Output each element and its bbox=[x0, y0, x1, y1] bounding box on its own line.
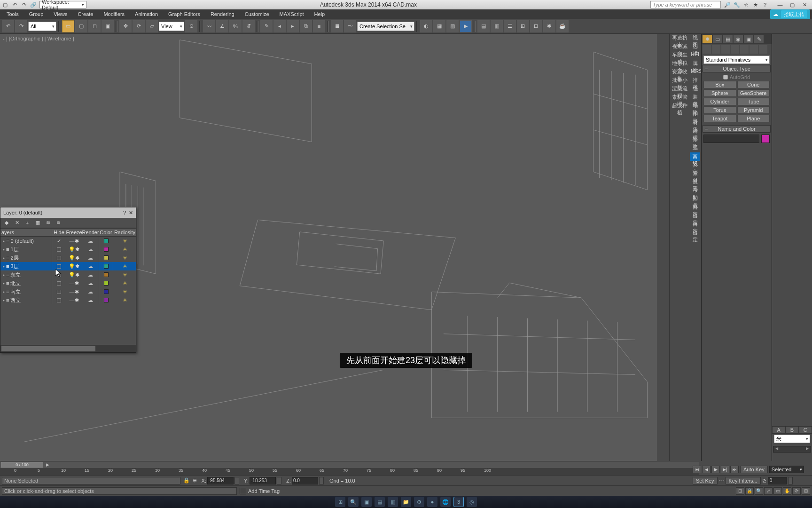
col-hide[interactable]: Hide bbox=[52, 229, 66, 236]
prim-torus[interactable]: Torus bbox=[703, 106, 736, 114]
side-item-15b[interactable]: 其它 bbox=[690, 161, 700, 169]
tab-motion[interactable]: ◉ bbox=[734, 35, 743, 43]
side-item-2b[interactable]: HFI bbox=[690, 51, 700, 59]
extra-2-button[interactable]: ⊡ bbox=[530, 20, 542, 32]
strip-tab-a[interactable]: A bbox=[772, 426, 785, 434]
redo-button[interactable]: ↷ bbox=[15, 20, 27, 32]
side-item-6b[interactable]: 组 bbox=[690, 85, 700, 93]
side-item-5a[interactable]: 批量小样 bbox=[670, 76, 690, 85]
side-item-10b[interactable]: 材质 bbox=[690, 119, 700, 127]
key-curve-icon[interactable]: 〰 bbox=[719, 478, 724, 484]
strip-scrollbar[interactable] bbox=[773, 446, 811, 452]
qat-link-icon[interactable]: 🔗 bbox=[30, 1, 37, 8]
col-render[interactable]: Render bbox=[82, 229, 99, 236]
nav-field-icon[interactable]: ▭ bbox=[773, 487, 782, 495]
qat-redo-icon[interactable]: ↷ bbox=[21, 1, 27, 8]
menu-tools[interactable]: Tools bbox=[2, 10, 23, 18]
strip-tab-b[interactable]: B bbox=[785, 426, 798, 434]
side-item-0b[interactable]: 视图 bbox=[690, 34, 700, 42]
maximize-button[interactable]: ▢ bbox=[787, 1, 798, 8]
cat-shapes[interactable] bbox=[712, 45, 720, 54]
favorites-icon[interactable]: ★ bbox=[752, 1, 759, 8]
menu-create[interactable]: Create bbox=[73, 10, 98, 18]
coord-z-input[interactable] bbox=[292, 477, 318, 484]
mirror-button[interactable]: ⧉ bbox=[300, 20, 312, 32]
side-item-6a[interactable]: 渲染流程 bbox=[670, 85, 690, 93]
nav-orbit-icon[interactable]: ⟳ bbox=[792, 487, 801, 495]
menu-modifiers[interactable]: Modifiers bbox=[99, 10, 129, 18]
taskbar-item-9[interactable]: 3 bbox=[453, 497, 464, 507]
props-layer-icon[interactable]: ≋ bbox=[54, 219, 62, 227]
col-freeze[interactable]: Freeze bbox=[66, 229, 82, 236]
cat-geometry[interactable] bbox=[703, 45, 711, 54]
named-sel-right[interactable]: ▸ bbox=[287, 20, 299, 32]
autogrid-checkbox[interactable]: AutoGrid bbox=[703, 74, 770, 80]
add-time-tag[interactable]: Add Time Tag bbox=[248, 488, 280, 494]
rollout-name-color[interactable]: Name and Color bbox=[703, 125, 771, 133]
x-spinner[interactable] bbox=[234, 477, 239, 484]
side-item-3b[interactable]: 属性 bbox=[690, 59, 700, 68]
star-icon[interactable]: ☆ bbox=[742, 1, 750, 8]
workspace-dropdown[interactable]: Workspace: Default bbox=[39, 1, 86, 8]
side-item-0a[interactable]: 再造挤出 bbox=[670, 34, 690, 42]
material-editor-button[interactable]: ◐ bbox=[420, 20, 432, 32]
cat-helpers[interactable] bbox=[740, 45, 749, 54]
goto-start-button[interactable]: ⏮ bbox=[693, 466, 701, 473]
object-name-input[interactable] bbox=[703, 135, 759, 143]
dialog-close-button[interactable]: ✕ bbox=[129, 210, 133, 216]
nav-lock-icon[interactable]: 🔒 bbox=[745, 487, 754, 495]
side-item-20a[interactable] bbox=[670, 203, 690, 212]
side-item-13b[interactable]: 工具 bbox=[690, 144, 700, 152]
coord-y-input[interactable] bbox=[250, 477, 276, 484]
nav-isolate-icon[interactable]: ⊡ bbox=[736, 487, 744, 495]
layers-button[interactable]: ≣ bbox=[331, 20, 343, 32]
side-item-21a[interactable] bbox=[670, 212, 690, 220]
menu-views[interactable]: Views bbox=[49, 10, 72, 18]
key-icon[interactable]: 🔧 bbox=[733, 1, 741, 8]
side-item-16a[interactable] bbox=[670, 169, 690, 178]
cat-lights[interactable] bbox=[721, 45, 730, 54]
render-prod-button[interactable]: ▶ bbox=[460, 20, 472, 32]
side-item-16b[interactable]: 素材 bbox=[690, 169, 700, 178]
side-item-9a[interactable] bbox=[670, 110, 690, 119]
object-color-swatch[interactable] bbox=[761, 135, 770, 143]
menu-maxscript[interactable]: MAXScript bbox=[275, 10, 309, 18]
layer-row[interactable]: ▸≡ 东立💡 ✱☁☀ bbox=[0, 270, 136, 279]
extra-1-button[interactable]: ⊞ bbox=[517, 20, 529, 32]
prim-plane[interactable]: Plane bbox=[737, 115, 770, 122]
col-color[interactable]: Color bbox=[99, 229, 113, 236]
highlight-layer-icon[interactable]: ≋ bbox=[44, 219, 52, 227]
menu-animation[interactable]: Animation bbox=[130, 10, 163, 18]
render-setup-button[interactable]: ▦ bbox=[433, 20, 445, 32]
align-button[interactable]: ≡ bbox=[313, 20, 325, 32]
side-item-17b[interactable]: 设置 bbox=[690, 178, 700, 186]
minimize-button[interactable]: — bbox=[774, 1, 786, 8]
side-item-19a[interactable] bbox=[670, 195, 690, 203]
side-item-15a[interactable] bbox=[670, 161, 690, 169]
side-item-2a[interactable]: 车线生成 bbox=[670, 51, 690, 59]
col-layers[interactable]: ayers bbox=[0, 229, 52, 236]
side-item-1b[interactable]: 选择 bbox=[690, 42, 700, 51]
snap-angle-button[interactable]: ∠ bbox=[216, 20, 228, 32]
key-mode-dropdown[interactable]: Selected bbox=[769, 466, 804, 473]
side-item-1a[interactable]: 视角减面 bbox=[670, 42, 690, 51]
nav-pan-icon[interactable]: ✋ bbox=[783, 487, 791, 495]
taskbar-item-6[interactable]: ⚙ bbox=[414, 497, 424, 507]
side-item-14a[interactable] bbox=[670, 152, 690, 161]
tab-utilities[interactable]: ✎ bbox=[754, 35, 764, 43]
curve-editor-button[interactable]: 〜 bbox=[344, 20, 356, 32]
side-item-23b[interactable]: 自定 bbox=[690, 229, 700, 237]
undo-button[interactable]: ↶ bbox=[2, 20, 14, 32]
side-item-12b[interactable]: 修改 bbox=[690, 135, 700, 144]
tab-display[interactable]: ▣ bbox=[744, 35, 753, 43]
side-item-14b[interactable]: 富级 bbox=[690, 152, 700, 161]
snap-icon[interactable]: ⊕ bbox=[193, 477, 197, 484]
current-frame-field[interactable]: 0 bbox=[768, 477, 787, 484]
side-item-10a[interactable] bbox=[670, 119, 690, 127]
pivot-button[interactable]: ⊙ bbox=[185, 20, 197, 32]
layer-row[interactable]: ▸≡ 西立— ✱☁☀ bbox=[0, 296, 136, 304]
side-item-9b[interactable]: 图形 bbox=[690, 110, 700, 119]
taskbar-item-10[interactable]: ◎ bbox=[467, 497, 477, 507]
extra-3-button[interactable]: ✱ bbox=[543, 20, 555, 32]
menu-group[interactable]: Group bbox=[24, 10, 48, 18]
